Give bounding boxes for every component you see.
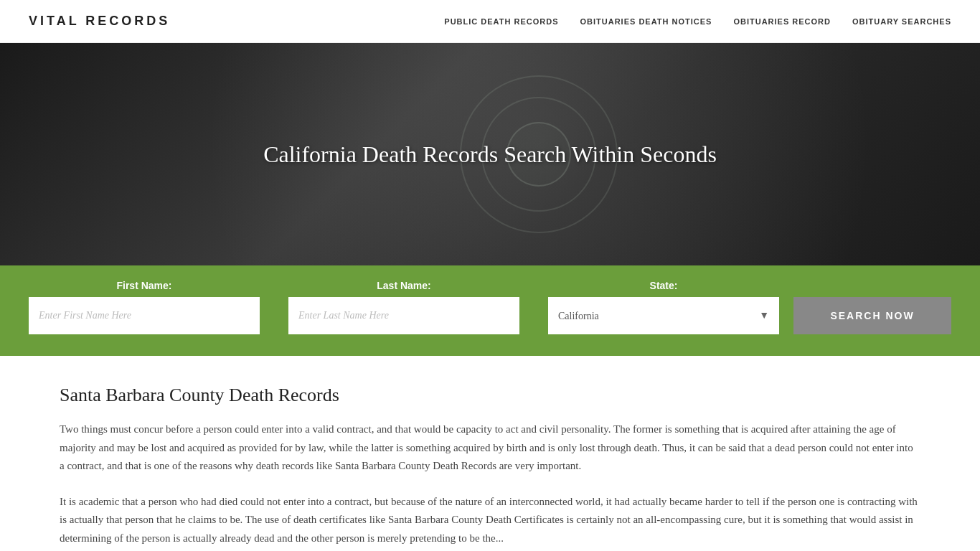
header: VITAL RECORDS PUBLIC DEATH RECORDSOBITUA… bbox=[0, 0, 980, 43]
last-name-input[interactable] bbox=[288, 297, 519, 334]
hero-section: California Death Records Search Within S… bbox=[0, 43, 980, 265]
first-name-field: First Name: bbox=[29, 280, 274, 334]
state-label: State: bbox=[548, 280, 779, 291]
search-section: First Name: Last Name: State: AlabamaAla… bbox=[0, 265, 980, 356]
nav-link[interactable]: OBITUARY SEARCHES bbox=[852, 17, 951, 26]
content-paragraph-2: It is academic that a person who had die… bbox=[60, 493, 920, 548]
last-name-field: Last Name: bbox=[274, 280, 534, 334]
state-select[interactable]: AlabamaAlaskaArizonaArkansasCaliforniaCo… bbox=[548, 297, 779, 334]
last-name-label: Last Name: bbox=[288, 280, 519, 291]
search-now-button[interactable]: SEARCH NOW bbox=[793, 297, 951, 334]
first-name-input[interactable] bbox=[29, 297, 260, 334]
content-paragraph-1: Two things must concur before a person c… bbox=[60, 420, 920, 476]
site-title: VITAL RECORDS bbox=[29, 14, 170, 29]
content-section: Santa Barbara County Death Records Two t… bbox=[31, 356, 949, 551]
state-field: State: AlabamaAlaskaArizonaArkansasCalif… bbox=[534, 280, 793, 334]
search-button-wrapper: SEARCH NOW bbox=[793, 297, 951, 334]
hero-title: California Death Records Search Within S… bbox=[263, 141, 717, 168]
nav-link[interactable]: PUBLIC DEATH RECORDS bbox=[444, 17, 558, 26]
first-name-label: First Name: bbox=[29, 280, 260, 291]
nav-link[interactable]: OBITUARIES DEATH NOTICES bbox=[580, 17, 712, 26]
main-nav: PUBLIC DEATH RECORDSOBITUARIES DEATH NOT… bbox=[444, 17, 951, 26]
nav-link[interactable]: OBITUARIES RECORD bbox=[733, 17, 831, 26]
state-select-wrapper: AlabamaAlaskaArizonaArkansasCaliforniaCo… bbox=[548, 297, 779, 334]
content-heading: Santa Barbara County Death Records bbox=[60, 385, 920, 406]
